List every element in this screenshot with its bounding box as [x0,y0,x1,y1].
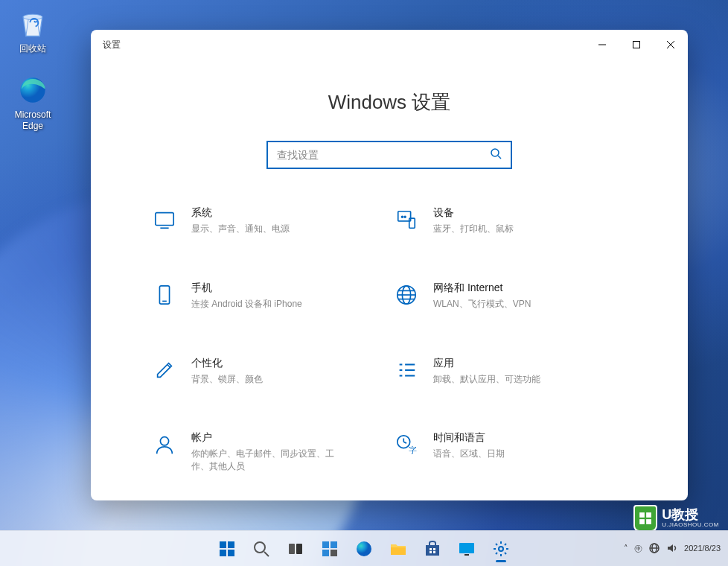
category-text: 个性化 背景、锁屏、颜色 [191,357,263,386]
category-personalization[interactable]: 个性化 背景、锁屏、颜色 [151,357,386,386]
svg-rect-38 [228,541,234,548]
shield-icon [633,505,657,532]
network-icon[interactable] [648,542,660,556]
category-sub: WLAN、飞行模式、VPN [433,298,531,311]
window-title: 设置 [103,39,121,51]
svg-rect-37 [220,541,226,548]
taskbar-edge[interactable] [349,534,379,564]
svg-line-42 [264,552,269,556]
category-network[interactable]: 网络和 Internet WLAN、飞行模式、VPN [393,282,628,311]
globe-icon [393,282,420,308]
settings-content[interactable]: Windows 设置 系统 显示、声音、通知、电源 设备 蓝牙、打印机、鼠标 [91,60,688,500]
svg-rect-52 [430,548,432,550]
category-sub: 语音、区域、日期 [433,448,505,460]
task-view-button[interactable] [281,534,310,564]
desktop-icons: 回收站 Microsoft Edge [4,4,61,135]
category-text: 时间和语言 语音、区域、日期 [433,431,505,460]
window-controls [585,30,688,60]
svg-rect-45 [322,541,329,548]
taskbar: ˄ ㊥ 2021/8/23 [0,530,728,566]
pen-icon [151,357,178,384]
svg-point-41 [255,542,265,553]
category-text: 设备 蓝牙、打印机、鼠标 [433,206,514,235]
desktop-icon-label: Microsoft Edge [15,109,51,132]
taskbar-explorer[interactable] [383,534,413,564]
taskbar-date: 2021/8/23 [684,544,721,554]
time-language-icon: 字 [393,431,420,458]
svg-rect-36 [646,519,651,524]
ime-icon[interactable]: ㊥ [634,543,642,554]
svg-text:字: 字 [409,446,417,455]
taskbar-monitor[interactable] [452,534,482,564]
category-title: 个性化 [191,357,263,370]
svg-point-58 [499,547,503,551]
svg-rect-55 [433,551,435,553]
category-title: 时间和语言 [433,431,505,445]
taskbar-search-button[interactable] [246,534,276,564]
svg-rect-47 [322,550,329,556]
desktop-icon-label: 回收站 [19,43,46,54]
taskbar-store[interactable] [418,534,447,564]
category-phone[interactable]: 手机 连接 Android 设备和 iPhone [151,282,386,311]
tray-chevron-icon[interactable]: ˄ [624,544,628,553]
category-devices[interactable]: 设备 蓝牙、打印机、鼠标 [393,206,628,235]
search-icon [490,147,502,162]
search-box[interactable] [266,141,512,169]
category-sub: 显示、声音、通知、电源 [191,223,290,235]
widgets-button[interactable] [315,534,345,564]
taskbar-clock[interactable]: 2021/8/23 [684,544,721,554]
maximize-button[interactable] [619,30,654,60]
category-title: 设备 [433,206,514,220]
svg-rect-56 [459,543,474,553]
category-sub: 蓝牙、打印机、鼠标 [433,223,514,235]
watermark-sub: U.JIAOSHOU.COM [662,522,719,528]
taskbar-settings[interactable] [486,534,516,564]
category-sub: 卸载、默认应用、可选功能 [433,373,540,386]
svg-rect-44 [296,544,302,554]
category-sub: 你的帐户、电子邮件、同步设置、工作、其他人员 [191,448,340,473]
category-title: 应用 [433,357,540,370]
taskbar-center [212,534,516,564]
svg-rect-54 [430,551,432,553]
page-title: Windows 设置 [135,89,643,115]
category-text: 帐户 你的帐户、电子邮件、同步设置、工作、其他人员 [191,431,340,473]
category-title: 系统 [191,206,290,220]
search-input[interactable] [277,149,490,161]
svg-rect-8 [156,213,173,226]
desktop-icon-edge[interactable]: Microsoft Edge [4,71,61,135]
svg-rect-46 [331,541,337,548]
category-text: 手机 连接 Android 设备和 iPhone [191,282,302,311]
svg-point-49 [357,541,371,556]
search-container [135,141,643,169]
svg-rect-43 [289,544,295,554]
watermark-brand: U教授 [662,508,719,522]
system-icon [151,206,178,233]
apps-icon [393,357,420,384]
category-system[interactable]: 系统 显示、声音、通知、电源 [151,206,386,235]
phone-icon [151,282,178,308]
category-title: 网络和 Internet [433,282,531,295]
watermark-logo: U教授 U.JIAOSHOU.COM [633,505,719,532]
devices-icon [393,206,420,233]
taskbar-right: ˄ ㊥ 2021/8/23 [624,542,721,556]
volume-icon[interactable] [666,542,678,556]
close-button[interactable] [654,30,688,60]
category-text: 应用 卸载、默认应用、可选功能 [433,357,540,386]
category-sub: 背景、锁屏、颜色 [191,373,263,386]
category-accounts[interactable]: 帐户 你的帐户、电子邮件、同步设置、工作、其他人员 [151,431,386,473]
minimize-button[interactable] [585,30,619,60]
category-title: 帐户 [191,431,340,445]
desktop-icon-recycle-bin[interactable]: 回收站 [4,4,61,57]
start-button[interactable] [212,534,242,564]
svg-rect-48 [331,550,337,556]
svg-rect-33 [639,512,645,518]
category-text: 网络和 Internet WLAN、飞行模式、VPN [433,282,531,311]
titlebar[interactable]: 设置 [91,30,688,60]
system-tray[interactable]: ˄ ㊥ [624,542,678,556]
settings-grid: 系统 显示、声音、通知、电源 设备 蓝牙、打印机、鼠标 手机 连接 Androi… [151,206,628,473]
category-time-language[interactable]: 字 时间和语言 语音、区域、日期 [393,431,628,473]
svg-rect-50 [391,547,406,555]
category-apps[interactable]: 应用 卸载、默认应用、可选功能 [393,357,628,386]
edge-icon [16,74,49,106]
category-text: 系统 显示、声音、通知、电源 [191,206,290,235]
